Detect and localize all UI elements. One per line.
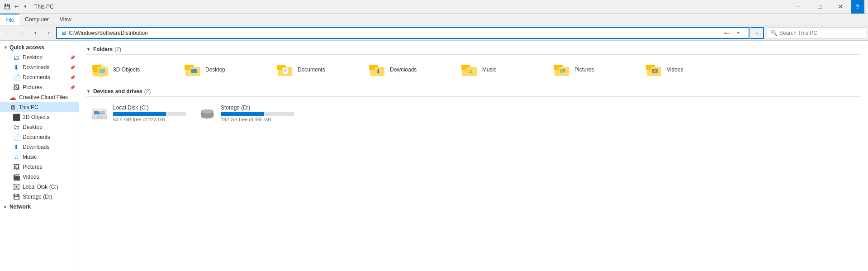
sidebar-item-downloads[interactable]: ⬇ Downloads <box>0 142 79 152</box>
sidebar-item-videos[interactable]: 🎬 Videos <box>0 172 79 182</box>
tab-view[interactable]: View <box>54 14 77 25</box>
address-bar-row: ← → ▾ ↑ 🖥 ← ▼ → 🔍 <box>0 25 868 41</box>
search-box[interactable]: 🔍 <box>767 27 866 39</box>
sidebar-item-3dobjects[interactable]: ⬛ 3D Objects <box>0 112 79 122</box>
svg-rect-40 <box>97 116 102 118</box>
storage-icon: 💾 <box>13 193 20 200</box>
drives-section-header: ▼ Devices and drives (2) <box>86 88 861 97</box>
folder-item-pictures[interactable]: Pictures <box>548 58 638 81</box>
sidebar-music-label: Music <box>23 154 37 160</box>
folder-desktop-icon <box>184 62 202 78</box>
sidebar-item-pictures-quick[interactable]: 🖼 Pictures 📌 <box>0 82 79 92</box>
up-button[interactable]: ↑ <box>43 27 55 39</box>
minimize-button[interactable]: ─ <box>788 0 809 14</box>
sidebar-storage-label: Storage (D:) <box>23 194 52 200</box>
sidebar-item-this-pc[interactable]: 🖥 This PC <box>0 102 79 112</box>
close-button[interactable]: ✕ <box>830 0 851 14</box>
quick-access-dropdown-icon[interactable]: ▾ <box>22 3 29 10</box>
local-disk-c-name: Local Disk (C:) <box>113 105 186 111</box>
address-input[interactable] <box>69 30 719 36</box>
drives-title: Devices and drives <box>93 88 142 95</box>
tab-file[interactable]: File <box>0 14 19 25</box>
folder-item-documents[interactable]: Documents <box>271 58 361 81</box>
svg-text:♫: ♫ <box>468 68 473 75</box>
search-input[interactable] <box>779 30 862 36</box>
folder-item-downloads[interactable]: ⬇ Downloads <box>363 58 454 81</box>
sidebar-creative-cloud-label: Creative Cloud Files <box>19 94 68 100</box>
folder-downloads-name: Downloads <box>390 67 417 73</box>
folder-item-music[interactable]: ♫ Music <box>455 58 546 81</box>
folder-documents-icon <box>276 62 294 78</box>
sidebar-item-local-disk[interactable]: 💽 Local Disk (C:) <box>0 182 79 192</box>
svg-rect-5 <box>100 69 105 73</box>
folder-3dobjects-icon <box>91 62 109 78</box>
folder-item-desktop[interactable]: Desktop <box>179 58 269 81</box>
folders-title: Folders <box>93 46 113 52</box>
local-disk-c-space: 63.4 GB free of 223 GB <box>113 117 186 122</box>
storage-d-info: Storage (D:) 192 GB free of 465 GB <box>221 105 294 122</box>
sidebar-item-storage[interactable]: 💾 Storage (D:) <box>0 192 79 202</box>
folders-chevron[interactable]: ▼ <box>86 47 90 52</box>
sidebar-pictures2-label: Pictures <box>23 164 42 170</box>
folders-count: (7) <box>114 46 121 52</box>
folder-videos-icon <box>645 62 663 78</box>
downloads-icon: ⬇ <box>13 64 20 71</box>
sidebar-localdisk-label: Local Disk (C:) <box>23 184 58 190</box>
sidebar-item-documents-quick[interactable]: 📄 Documents 📌 <box>0 72 79 82</box>
sidebar-desktop-label: Desktop <box>23 54 43 61</box>
network-chevron: ► <box>4 204 8 209</box>
music-icon: ♫ <box>13 153 20 161</box>
3dobjects-icon: ⬛ <box>13 114 20 121</box>
back-button[interactable]: ← <box>2 27 14 39</box>
sidebar-item-music[interactable]: ♫ Music <box>0 152 79 162</box>
sidebar-item-creative-cloud[interactable]: ☁ Creative Cloud Files <box>0 92 79 102</box>
tab-computer[interactable]: Computer <box>19 14 54 25</box>
address-bar[interactable]: 🖥 ← ▼ <box>56 27 749 39</box>
help-button[interactable]: ? <box>851 0 864 14</box>
svg-point-45 <box>201 114 213 119</box>
sidebar-desktop2-label: Desktop <box>23 124 43 130</box>
recent-locations-button[interactable]: ▾ <box>29 27 42 39</box>
address-dropdown-button[interactable]: ▼ <box>731 28 745 38</box>
folders-section-header: ▼ Folders (7) <box>86 46 861 55</box>
go-button[interactable]: → <box>750 27 764 39</box>
this-pc-icon: 🖥 <box>9 104 16 111</box>
sidebar-item-desktop-quick[interactable]: 🗂 Desktop 📌 <box>0 52 79 62</box>
red-arrow-indicator: ← <box>722 28 731 38</box>
save-icon[interactable]: 💾 <box>4 3 11 10</box>
forward-button[interactable]: → <box>15 27 28 39</box>
svg-rect-9 <box>191 69 197 73</box>
quick-access-header[interactable]: ▼ Quick access <box>0 43 79 52</box>
folder-videos-name: Videos <box>667 67 683 73</box>
folder-downloads-icon: ⬇ <box>368 62 386 78</box>
storage-d-bar-bg <box>221 112 294 116</box>
sidebar-item-pictures[interactable]: 🖼 Pictures <box>0 162 79 172</box>
drive-item-c[interactable]: ⊞ Local Disk (C:) 63.4 GB free of 223 GB <box>86 100 190 126</box>
sidebar-documents-label: Documents <box>23 74 50 81</box>
sidebar-item-documents[interactable]: 📄 Documents <box>0 132 79 142</box>
folder-item-videos[interactable]: Videos <box>640 58 730 81</box>
sidebar-downloads-label: Downloads <box>23 64 49 71</box>
sidebar-item-desktop[interactable]: 🗂 Desktop <box>0 122 79 132</box>
network-header[interactable]: ► Network <box>0 202 79 212</box>
folders-grid: 3D Objects Desktop <box>86 58 861 81</box>
storage-d-icon <box>198 105 216 122</box>
documents-icon: 📄 <box>13 74 20 81</box>
content-area: ▼ Folders (7) 3D Objects <box>79 41 868 269</box>
pin-icon-3: 📌 <box>70 75 75 80</box>
ribbon: File Computer View <box>0 14 868 25</box>
maximize-button[interactable]: □ <box>809 0 830 14</box>
sidebar-item-downloads-quick[interactable]: ⬇ Downloads 📌 <box>0 62 79 72</box>
pin-icon-2: 📌 <box>70 65 75 70</box>
folder-3dobjects-name: 3D Objects <box>113 67 140 73</box>
undo-icon[interactable]: ↩ <box>13 3 20 10</box>
drive-item-d[interactable]: Storage (D:) 192 GB free of 465 GB <box>194 100 298 126</box>
local-disk-c-icon: ⊞ <box>90 105 109 122</box>
window-title: This PC <box>34 4 788 10</box>
drives-chevron[interactable]: ▼ <box>86 89 90 94</box>
svg-point-47 <box>204 110 211 113</box>
folder-documents-name: Documents <box>298 67 325 73</box>
documents-icon-2: 📄 <box>13 133 20 141</box>
folder-pictures-name: Pictures <box>574 67 594 73</box>
folder-item-3dobjects[interactable]: 3D Objects <box>86 58 177 81</box>
